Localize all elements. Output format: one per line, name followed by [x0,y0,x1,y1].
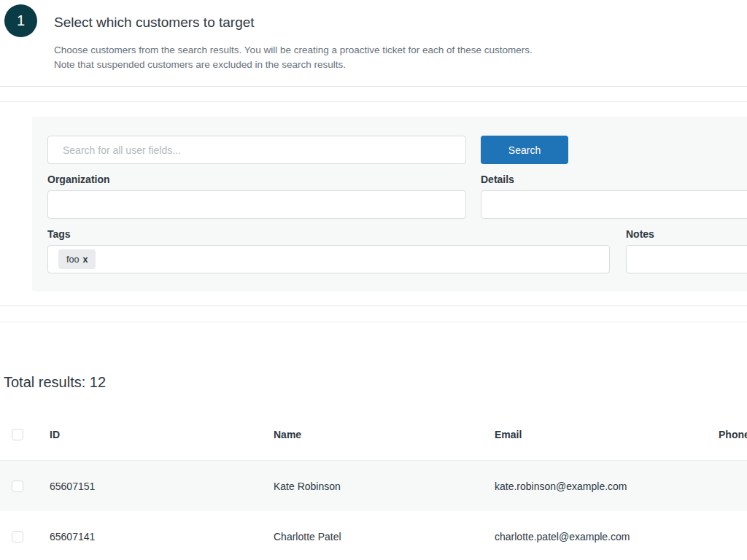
details-label: Details [481,174,514,185]
divider [0,322,747,322]
tag-chip-label: foo [66,254,79,265]
cell-email: kate.robinson@example.com [495,481,719,492]
cell-email: charlotte.patel@example.com [495,531,719,542]
total-results-label: Total results: 12 [4,374,106,391]
column-header-email: Email [495,429,719,440]
notes-label: Notes [626,228,654,240]
page-description-line2: Note that suspended customers are exclud… [54,58,533,72]
tag-remove-icon[interactable]: x [82,254,88,265]
cell-name: Kate Robinson [274,481,495,492]
table-row[interactable]: 65607141 Charlotte Patel charlotte.patel… [0,511,747,560]
table-header-row: ID Name Email Phone [0,408,747,460]
row-checkbox[interactable] [12,531,23,542]
tag-chip: foo x [58,249,96,269]
organization-input[interactable] [47,190,466,219]
select-all-checkbox[interactable] [12,429,23,440]
table-row[interactable]: 65607151 Kate Robinson kate.robinson@exa… [0,460,747,511]
page-description: Choose customers from the search results… [54,43,533,72]
cell-id: 65607141 [50,531,274,542]
page-title: Select which customers to target [54,15,255,31]
details-input[interactable] [481,190,747,219]
column-header-name: Name [274,429,495,440]
search-button[interactable]: Search [481,136,568,164]
results-table: ID Name Email Phone 65607151 Kate Robins… [0,408,747,560]
search-input[interactable] [47,136,466,164]
tags-input[interactable]: foo x [47,245,610,273]
page-description-line1: Choose customers from the search results… [54,43,533,58]
step-number: 1 [17,12,25,29]
step-number-badge: 1 [4,4,37,37]
tags-label: Tags [47,228,71,240]
divider [0,101,747,102]
divider [0,86,747,87]
row-checkbox[interactable] [12,481,23,492]
notes-input[interactable] [626,245,747,273]
column-header-id: ID [50,429,274,440]
column-header-phone: Phone [719,429,747,440]
cell-id: 65607151 [50,481,274,492]
divider [0,306,747,306]
cell-name: Charlotte Patel [274,531,495,542]
organization-label: Organization [47,174,110,185]
